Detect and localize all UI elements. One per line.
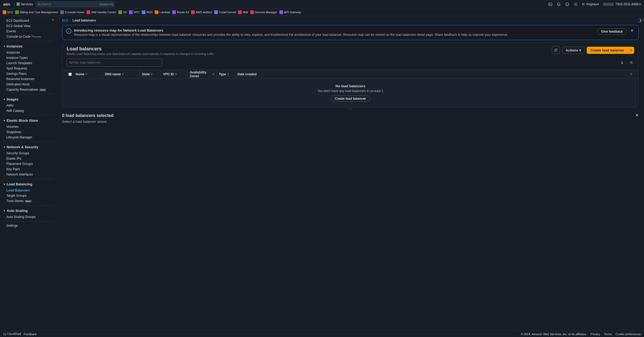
service-iam-identity-center[interactable]: IAM Identity Center <box>87 10 116 14</box>
nav-network-interfaces[interactable]: Network Interfaces <box>3 172 54 177</box>
column-az[interactable]: Availability Zones▽ <box>188 70 217 78</box>
section-network[interactable]: ▼Network & Security <box>3 143 54 151</box>
help-drawer-toggle[interactable]: ❯ <box>638 17 643 23</box>
nav-volumes[interactable]: Volumes <box>3 124 54 129</box>
service-s3[interactable]: S3 <box>118 10 127 14</box>
service-iam[interactable]: IAM <box>238 10 248 14</box>
nav-events[interactable]: Events <box>3 29 54 34</box>
breadcrumb-root[interactable]: EC2 <box>62 19 68 22</box>
nav-reserved-instances[interactable]: Reserved Instances <box>3 76 54 82</box>
search-input[interactable] <box>41 2 99 6</box>
create-load-balancer-dropdown[interactable]: ▾ <box>628 47 634 54</box>
region-selector[interactable]: N. Virginia ▾ <box>582 2 599 6</box>
column-state[interactable]: State▽ <box>140 70 161 78</box>
account-selector[interactable]: 7303-3531-9498 ▾ <box>603 2 641 6</box>
nav-capacity-reservations[interactable]: Capacity ReservationsNew <box>3 87 54 92</box>
nav-ami-catalog[interactable]: AMI Catalog <box>3 108 54 113</box>
sort-icon: ▽ <box>227 73 229 76</box>
settings-icon[interactable] <box>574 2 578 6</box>
notifications-icon[interactable] <box>557 2 561 6</box>
nav-key-pairs[interactable]: Key Pairs <box>3 167 54 172</box>
service-api-gateway[interactable]: API Gateway <box>279 10 301 14</box>
cookies-link[interactable]: Cookie preferences <box>616 332 641 336</box>
service-ec2[interactable]: EC2 <box>3 10 13 14</box>
global-search[interactable]: [Option+S] <box>36 1 115 7</box>
close-detail-button[interactable]: ✕ <box>635 113 639 118</box>
service-billing-and-cost-management[interactable]: Billing and Cost Management <box>15 10 58 14</box>
nav-placement-groups[interactable]: Placement Groups <box>3 161 54 167</box>
nav-launch-templates[interactable]: Launch Templates <box>3 60 54 66</box>
service-icon <box>191 10 195 14</box>
cloudshell-link[interactable]: CloudShell <box>3 332 21 336</box>
empty-create-button[interactable]: Create load balancer <box>331 95 370 102</box>
nav-auto-scaling-groups[interactable]: Auto Scaling Groups <box>3 214 54 220</box>
sort-icon: ▽ <box>85 73 87 76</box>
column-name[interactable]: Name▽ <box>74 70 103 78</box>
nav-target-groups[interactable]: Target Groups <box>3 193 54 198</box>
next-page-button[interactable]: › <box>626 61 627 65</box>
filter-input[interactable] <box>72 61 160 64</box>
aws-logo[interactable]: aws <box>3 2 10 6</box>
close-banner-button[interactable]: ✕ <box>629 28 635 33</box>
nav-dedicated-hosts[interactable]: Dedicated Hosts <box>3 82 54 87</box>
help-icon[interactable]: ? <box>565 2 569 6</box>
cloudshell-icon[interactable] <box>548 2 552 6</box>
prev-page-button[interactable]: ‹ <box>617 61 618 65</box>
nav-savings-plans[interactable]: Savings Plans <box>3 71 54 76</box>
empty-title: No load balancers <box>336 84 365 88</box>
privacy-link[interactable]: Privacy <box>591 332 600 336</box>
svg-text:?: ? <box>567 3 568 6</box>
table-settings-button[interactable] <box>628 61 634 64</box>
section-auto-scaling[interactable]: ▼Auto Scaling <box>3 207 54 214</box>
nav-instances[interactable]: Instances <box>3 50 54 55</box>
resize-handle[interactable]: ═ <box>57 107 644 110</box>
service-icon <box>155 10 158 14</box>
terms-link[interactable]: Terms <box>604 332 612 336</box>
caret-down-icon: ▼ <box>3 98 6 101</box>
close-icon[interactable]: ✕ <box>51 18 54 22</box>
svg-rect-2 <box>549 3 552 6</box>
filter-input-wrapper[interactable] <box>67 59 162 67</box>
nav-ec2-global-view[interactable]: EC2 Global View <box>3 23 54 29</box>
services-menu[interactable]: Services <box>17 2 33 6</box>
column-type[interactable]: Type▽ <box>217 70 235 78</box>
service-console-home[interactable]: Console Home <box>60 10 84 14</box>
nav-load-balancers[interactable]: Load Balancers <box>3 188 54 193</box>
nav-settings[interactable]: Settings <box>3 223 54 228</box>
column-date[interactable]: Date created▽ <box>235 70 634 78</box>
service-route-53[interactable]: Route 53 <box>172 10 189 14</box>
service-codecommit[interactable]: CodeCommit <box>214 10 236 14</box>
service-vpc[interactable]: VPC <box>129 10 140 14</box>
give-feedback-button[interactable]: Give feedback <box>597 28 627 35</box>
gear-icon <box>629 61 633 64</box>
nav-lifecycle-manager[interactable]: Lifecycle Manager <box>3 135 54 140</box>
search-icon <box>69 61 72 64</box>
service-icon <box>118 10 122 14</box>
select-all-checkbox[interactable] <box>67 70 74 78</box>
section-load-balancing[interactable]: ▼Load Balancing <box>3 181 54 188</box>
nav-amis[interactable]: AMIs <box>3 103 54 108</box>
service-aws-artifact[interactable]: AWS Artifact <box>191 10 212 14</box>
section-images[interactable]: ▼Images <box>3 96 54 103</box>
nav-ec2-dashboard[interactable]: EC2 Dashboard <box>3 18 54 23</box>
nav-snapshots[interactable]: Snapshots <box>3 129 54 135</box>
actions-dropdown[interactable]: Actions ▾ <box>562 47 585 54</box>
nav-elastic-ips[interactable]: Elastic IPs <box>3 156 54 161</box>
feedback-link[interactable]: Feedback <box>24 332 36 336</box>
column-vpc[interactable]: VPC ID▽ <box>161 70 188 78</box>
nav-instance-types[interactable]: Instance Types <box>3 55 54 60</box>
create-load-balancer-button[interactable]: Create load balancer <box>587 47 628 54</box>
refresh-button[interactable] <box>552 46 560 54</box>
column-dns[interactable]: DNS name▽ <box>103 70 140 78</box>
nav-console-to-code[interactable]: Console-to-CodePreview <box>3 34 54 39</box>
nav-security-groups[interactable]: Security Groups <box>3 151 54 156</box>
svg-line-7 <box>71 63 72 64</box>
section-instances[interactable]: ▼Instances <box>3 43 54 50</box>
nav-trust-stores[interactable]: Trust StoresNew <box>3 198 54 204</box>
section-ebs[interactable]: ▼Elastic Block Store <box>3 117 54 124</box>
service-lambda[interactable]: Lambda <box>155 10 170 14</box>
service-rds[interactable]: RDS <box>142 10 153 14</box>
service-secrets-manager[interactable]: Secrets Manager <box>250 10 277 14</box>
nav-spot-requests[interactable]: Spot Requests <box>3 66 54 71</box>
sort-icon: ▽ <box>151 73 153 76</box>
